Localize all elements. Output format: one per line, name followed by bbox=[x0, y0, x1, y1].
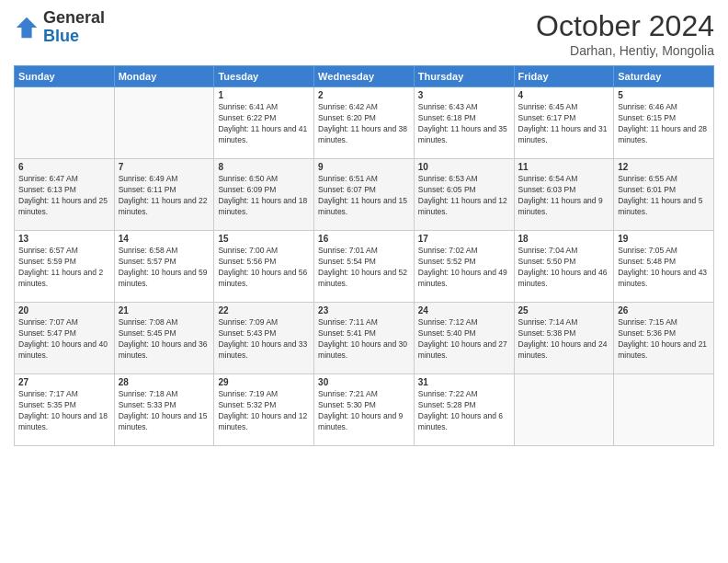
daylight-text: Daylight: 10 hours and 52 minutes. bbox=[318, 268, 407, 288]
daylight-text: Daylight: 10 hours and 24 minutes. bbox=[518, 339, 608, 360]
daylight-text: Daylight: 11 hours and 18 minutes. bbox=[218, 196, 307, 216]
day-cell: 17Sunrise: 7:02 AMSunset: 5:52 PMDayligh… bbox=[414, 231, 514, 303]
day-info: Sunrise: 7:21 AMSunset: 5:30 PMDaylight:… bbox=[318, 389, 410, 433]
day-info: Sunrise: 6:46 AMSunset: 6:15 PMDaylight:… bbox=[618, 102, 710, 146]
sunrise-text: Sunrise: 7:08 AM bbox=[119, 317, 178, 327]
day-info: Sunrise: 6:49 AMSunset: 6:11 PMDaylight:… bbox=[119, 174, 210, 218]
sunset-text: Sunset: 5:47 PM bbox=[18, 328, 76, 338]
sunset-text: Sunset: 5:41 PM bbox=[318, 328, 376, 338]
sunrise-text: Sunrise: 7:11 AM bbox=[318, 317, 378, 327]
sunrise-text: Sunrise: 7:02 AM bbox=[418, 246, 478, 255]
daylight-text: Daylight: 11 hours and 38 minutes. bbox=[318, 124, 407, 144]
sunrise-text: Sunrise: 7:21 AM bbox=[318, 389, 378, 398]
location-subtitle: Darhan, Hentiy, Mongolia bbox=[536, 43, 714, 58]
sunset-text: Sunset: 5:52 PM bbox=[418, 257, 476, 266]
day-number: 18 bbox=[518, 234, 610, 244]
col-sunday: Sunday bbox=[15, 66, 115, 87]
sunset-text: Sunset: 6:07 PM bbox=[318, 185, 376, 194]
daylight-text: Daylight: 10 hours and 36 minutes. bbox=[119, 339, 208, 360]
day-number: 20 bbox=[18, 305, 110, 316]
day-info: Sunrise: 7:14 AMSunset: 5:38 PMDaylight:… bbox=[518, 317, 610, 362]
day-info: Sunrise: 7:22 AMSunset: 5:28 PMDaylight:… bbox=[418, 389, 510, 433]
week-row-2: 13Sunrise: 6:57 AMSunset: 5:59 PMDayligh… bbox=[15, 231, 714, 303]
sunset-text: Sunset: 6:17 PM bbox=[518, 113, 576, 122]
daylight-text: Daylight: 10 hours and 43 minutes. bbox=[618, 268, 707, 288]
day-cell: 11Sunrise: 6:54 AMSunset: 6:03 PMDayligh… bbox=[514, 159, 614, 231]
daylight-text: Daylight: 11 hours and 28 minutes. bbox=[618, 124, 707, 144]
day-cell: 19Sunrise: 7:05 AMSunset: 5:48 PMDayligh… bbox=[614, 231, 714, 303]
sunset-text: Sunset: 5:43 PM bbox=[218, 328, 276, 338]
day-cell bbox=[114, 87, 214, 159]
daylight-text: Daylight: 10 hours and 30 minutes. bbox=[318, 339, 407, 360]
daylight-text: Daylight: 10 hours and 46 minutes. bbox=[518, 268, 608, 288]
day-info: Sunrise: 6:54 AMSunset: 6:03 PMDaylight:… bbox=[518, 174, 610, 218]
sunrise-text: Sunrise: 6:49 AM bbox=[119, 174, 178, 183]
daylight-text: Daylight: 10 hours and 9 minutes. bbox=[318, 411, 403, 431]
day-cell bbox=[514, 374, 614, 446]
sunset-text: Sunset: 5:36 PM bbox=[618, 328, 676, 338]
sunset-text: Sunset: 6:20 PM bbox=[318, 113, 376, 122]
sunset-text: Sunset: 5:56 PM bbox=[218, 257, 276, 266]
daylight-text: Daylight: 10 hours and 12 minutes. bbox=[218, 411, 307, 431]
month-title: October 2024 bbox=[536, 9, 714, 43]
day-cell: 29Sunrise: 7:19 AMSunset: 5:32 PMDayligh… bbox=[214, 374, 314, 446]
day-number: 27 bbox=[18, 377, 110, 387]
day-info: Sunrise: 7:00 AMSunset: 5:56 PMDaylight:… bbox=[218, 246, 310, 290]
daylight-text: Daylight: 11 hours and 31 minutes. bbox=[518, 124, 608, 144]
day-cell: 5Sunrise: 6:46 AMSunset: 6:15 PMDaylight… bbox=[614, 87, 714, 159]
calendar-table: Sunday Monday Tuesday Wednesday Thursday… bbox=[14, 65, 714, 446]
sunset-text: Sunset: 5:28 PM bbox=[418, 400, 476, 409]
day-cell: 18Sunrise: 7:04 AMSunset: 5:50 PMDayligh… bbox=[514, 231, 614, 303]
day-cell: 16Sunrise: 7:01 AMSunset: 5:54 PMDayligh… bbox=[314, 231, 415, 303]
day-info: Sunrise: 7:09 AMSunset: 5:43 PMDaylight:… bbox=[218, 317, 310, 362]
day-info: Sunrise: 7:08 AMSunset: 5:45 PMDaylight:… bbox=[119, 317, 210, 362]
sunset-text: Sunset: 5:30 PM bbox=[318, 400, 376, 409]
sunset-text: Sunset: 6:11 PM bbox=[119, 185, 176, 194]
day-number: 12 bbox=[618, 162, 710, 172]
day-number: 9 bbox=[318, 162, 410, 172]
sunset-text: Sunset: 5:35 PM bbox=[18, 400, 76, 409]
sunrise-text: Sunrise: 7:17 AM bbox=[18, 389, 78, 398]
sunrise-text: Sunrise: 6:57 AM bbox=[18, 246, 78, 255]
day-cell: 4Sunrise: 6:45 AMSunset: 6:17 PMDaylight… bbox=[514, 87, 614, 159]
logo-blue-text: Blue bbox=[43, 27, 79, 45]
day-number: 13 bbox=[18, 234, 110, 244]
sunrise-text: Sunrise: 6:45 AM bbox=[518, 102, 578, 111]
day-info: Sunrise: 7:01 AMSunset: 5:54 PMDaylight:… bbox=[318, 246, 410, 290]
sunset-text: Sunset: 6:09 PM bbox=[218, 185, 276, 194]
sunset-text: Sunset: 5:54 PM bbox=[318, 257, 376, 266]
day-number: 5 bbox=[618, 90, 710, 100]
col-thursday: Thursday bbox=[414, 66, 514, 87]
day-info: Sunrise: 6:51 AMSunset: 6:07 PMDaylight:… bbox=[318, 174, 410, 218]
day-info: Sunrise: 6:47 AMSunset: 6:13 PMDaylight:… bbox=[18, 174, 110, 218]
sunset-text: Sunset: 5:38 PM bbox=[518, 328, 576, 338]
col-tuesday: Tuesday bbox=[214, 66, 314, 87]
sunrise-text: Sunrise: 6:47 AM bbox=[18, 174, 78, 183]
day-number: 7 bbox=[119, 162, 210, 172]
week-row-1: 6Sunrise: 6:47 AMSunset: 6:13 PMDaylight… bbox=[15, 159, 714, 231]
logo: General Blue bbox=[14, 9, 105, 46]
sunset-text: Sunset: 6:03 PM bbox=[518, 185, 576, 194]
svg-marker-0 bbox=[17, 17, 37, 38]
sunrise-text: Sunrise: 6:43 AM bbox=[418, 102, 478, 111]
sunrise-text: Sunrise: 6:55 AM bbox=[618, 174, 677, 183]
daylight-text: Daylight: 10 hours and 59 minutes. bbox=[119, 268, 208, 288]
sunset-text: Sunset: 6:18 PM bbox=[418, 113, 476, 122]
day-number: 22 bbox=[218, 305, 310, 316]
day-number: 6 bbox=[18, 162, 110, 172]
day-number: 14 bbox=[119, 234, 210, 244]
daylight-text: Daylight: 11 hours and 2 minutes. bbox=[18, 268, 103, 288]
day-number: 25 bbox=[518, 305, 610, 316]
daylight-text: Daylight: 10 hours and 27 minutes. bbox=[418, 339, 507, 360]
daylight-text: Daylight: 11 hours and 12 minutes. bbox=[418, 196, 507, 216]
title-area: October 2024 Darhan, Hentiy, Mongolia bbox=[536, 9, 714, 58]
day-number: 15 bbox=[218, 234, 310, 244]
daylight-text: Daylight: 10 hours and 56 minutes. bbox=[218, 268, 307, 288]
week-row-4: 27Sunrise: 7:17 AMSunset: 5:35 PMDayligh… bbox=[15, 374, 714, 446]
daylight-text: Daylight: 10 hours and 49 minutes. bbox=[418, 268, 507, 288]
day-info: Sunrise: 6:43 AMSunset: 6:18 PMDaylight:… bbox=[418, 102, 510, 146]
day-info: Sunrise: 7:11 AMSunset: 5:41 PMDaylight:… bbox=[318, 317, 410, 362]
sunset-text: Sunset: 5:32 PM bbox=[218, 400, 276, 409]
day-cell: 2Sunrise: 6:42 AMSunset: 6:20 PMDaylight… bbox=[314, 87, 415, 159]
day-number: 26 bbox=[618, 305, 710, 316]
